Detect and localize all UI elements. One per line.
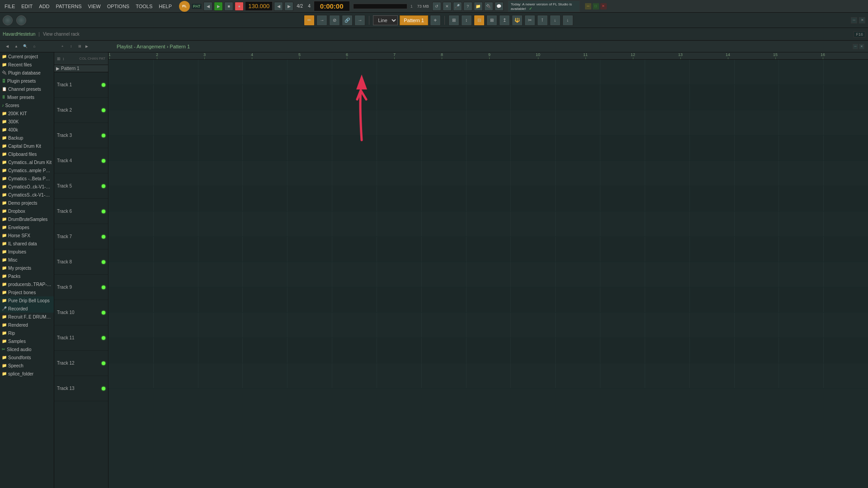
toolbar-btn-7[interactable]: ✂: [524, 15, 535, 26]
channel-settings-btn[interactable]: ↕: [67, 43, 75, 50]
add-pattern-btn[interactable]: +: [430, 15, 441, 26]
channel-add-btn[interactable]: +: [59, 43, 66, 50]
browser-item-32[interactable]: 📁Recruit F..E DRUM KIT: [0, 313, 54, 321]
master-vol-knob[interactable]: [3, 15, 13, 25]
pl-win-close[interactable]: ✕: [859, 44, 864, 49]
browser-item-11[interactable]: 📁Capital Drum Kit: [0, 142, 54, 150]
browser-item-10[interactable]: 📁Backup: [0, 134, 54, 142]
browser-item-4[interactable]: 📋Channel presets: [0, 85, 54, 93]
grid-track-row-9[interactable]: [108, 287, 868, 313]
browser-btn[interactable]: 📁: [474, 2, 483, 11]
browser-item-24[interactable]: 📁Impulses: [0, 248, 54, 256]
browser-item-3[interactable]: 🎛Plugin presets: [0, 77, 54, 85]
restore-btn[interactable]: □: [593, 3, 599, 9]
browser-item-20[interactable]: 📁DrumBruteSamples: [0, 215, 54, 223]
browser-item-33[interactable]: 📁Rendered: [0, 321, 54, 329]
mic-btn[interactable]: 🎤: [453, 2, 462, 11]
browser-item-16[interactable]: 📁CymaticsO..ck-V1-h8n: [0, 183, 54, 191]
browser-search-btn[interactable]: 🔍: [22, 43, 29, 50]
menu-item-view[interactable]: VIEW: [85, 3, 104, 10]
browser-item-17[interactable]: 📁CymaticsS..ck-V1-h7x: [0, 191, 54, 199]
channel-view-btn[interactable]: ⊞: [76, 43, 83, 50]
browser-item-21[interactable]: 📁Envelopes: [0, 223, 54, 231]
browser-item-19[interactable]: 📁Dropbox: [0, 207, 54, 215]
select-tool-btn[interactable]: 🔗: [342, 15, 353, 26]
browser-up-btn[interactable]: ▲: [13, 43, 20, 50]
toolbar-btn-3[interactable]: ⊟: [474, 15, 485, 26]
playlist-win-close[interactable]: ✕: [859, 17, 865, 23]
menu-item-edit[interactable]: EDIT: [19, 3, 35, 10]
pattern-select-btn[interactable]: Pattern 1: [400, 15, 428, 25]
grid-track-row-3[interactable]: [108, 136, 868, 161]
toolbar-btn-5[interactable]: ↥: [499, 15, 510, 26]
browser-item-27[interactable]: 📁Packs: [0, 272, 54, 280]
browser-item-7[interactable]: 📁200K KIT: [0, 109, 54, 117]
browser-home-btn[interactable]: ⌂: [31, 43, 38, 50]
browser-item-12[interactable]: 📁Clipboard files: [0, 150, 54, 158]
grid-track-row-11[interactable]: [108, 338, 868, 363]
browser-back-btn[interactable]: ◀: [4, 43, 11, 50]
toolbar-btn-10[interactable]: ↓: [562, 15, 573, 26]
menu-item-help[interactable]: HELP: [156, 3, 175, 10]
paint-tool-btn[interactable]: →: [316, 15, 327, 26]
browser-item-1[interactable]: 📁Recent files: [0, 61, 54, 69]
zoom-tool-btn[interactable]: →: [354, 15, 365, 26]
playlist-win-min[interactable]: ─: [851, 17, 857, 23]
browser-item-31[interactable]: 🎤Recorded: [0, 305, 54, 313]
browser-item-5[interactable]: 🎚Mixer presets: [0, 93, 54, 101]
grid-track-row-4[interactable]: [108, 161, 868, 186]
browser-item-28[interactable]: 📁producersb..TRAP-KIT: [0, 280, 54, 288]
bpm-display[interactable]: 130.000: [245, 1, 273, 11]
grid-track-row-10[interactable]: [108, 313, 868, 338]
menu-item-file[interactable]: FILE: [2, 3, 18, 10]
browser-item-37[interactable]: 📁Soundfonts: [0, 353, 54, 361]
menu-item-add[interactable]: ADD: [36, 3, 52, 10]
browser-item-29[interactable]: 📁Project bones: [0, 288, 54, 296]
browser-item-18[interactable]: 📁Demo projects: [0, 199, 54, 207]
browser-item-34[interactable]: 📁Rip: [0, 329, 54, 337]
stop-btn[interactable]: ■: [224, 2, 233, 11]
master-pitch-knob[interactable]: [16, 15, 26, 25]
browser-item-2[interactable]: 🔌Plugin database: [0, 69, 54, 77]
browser-item-6[interactable]: ♪Scores: [0, 101, 54, 109]
play-btn[interactable]: ▶: [214, 2, 223, 11]
grid-track-row-1[interactable]: [108, 85, 868, 110]
browser-item-30[interactable]: 📁Pure Drip Bell Loops: [0, 296, 54, 305]
toolbar-btn-2[interactable]: ↕: [461, 15, 472, 26]
help-btn[interactable]: ?: [463, 2, 472, 11]
browser-item-9[interactable]: 📁400k: [0, 126, 54, 134]
snap-btn[interactable]: ✕: [443, 2, 452, 11]
tempo-up-btn[interactable]: ▶: [284, 2, 293, 11]
minimize-btn[interactable]: ─: [585, 3, 591, 9]
browser-item-36[interactable]: ✂Sliced audio: [0, 345, 54, 353]
chat-btn[interactable]: 💬: [495, 2, 504, 11]
browser-item-14[interactable]: 📁Cymatics..ample Pack: [0, 166, 54, 174]
prev-pattern-btn[interactable]: ◀: [203, 2, 212, 11]
grid-track-row-6[interactable]: [108, 211, 868, 237]
close-btn[interactable]: ✕: [600, 3, 607, 9]
line-select[interactable]: Line: [373, 15, 398, 25]
grid-track-row-12[interactable]: [108, 363, 868, 389]
grid-track-row-2[interactable]: [108, 110, 868, 136]
tempo-down-btn[interactable]: ◀: [274, 2, 283, 11]
browser-item-0[interactable]: 📁Current project: [0, 52, 54, 61]
toolbar-btn-1[interactable]: ⊞: [448, 15, 459, 26]
menu-item-options[interactable]: OPTIONS: [104, 3, 132, 10]
grid-track-row-8[interactable]: [108, 262, 868, 287]
browser-item-25[interactable]: 📁Misc: [0, 256, 54, 264]
browser-item-23[interactable]: 📁IL shared data: [0, 239, 54, 248]
erase-tool-btn[interactable]: ⊘: [329, 15, 340, 26]
browser-item-8[interactable]: 📁300K: [0, 117, 54, 126]
tracks-scroll[interactable]: [108, 60, 868, 488]
draw-tool-btn[interactable]: ✏: [304, 15, 315, 26]
restart-btn[interactable]: ↺: [432, 2, 441, 11]
browser-item-15[interactable]: 📁Cymatics -..Beta Pack: [0, 174, 54, 183]
browser-item-35[interactable]: 📁Samples: [0, 337, 54, 345]
grid-track-row-7[interactable]: [108, 237, 868, 262]
grid-track-row-5[interactable]: [108, 186, 868, 211]
toolbar-btn-9[interactable]: ↓: [550, 15, 561, 26]
plugin-btn[interactable]: 🔌: [484, 2, 493, 11]
menu-item-patterns[interactable]: PATTERNS: [53, 3, 85, 10]
browser-item-22[interactable]: 📁Horse SFX: [0, 231, 54, 239]
pl-win-min[interactable]: ─: [853, 44, 858, 49]
